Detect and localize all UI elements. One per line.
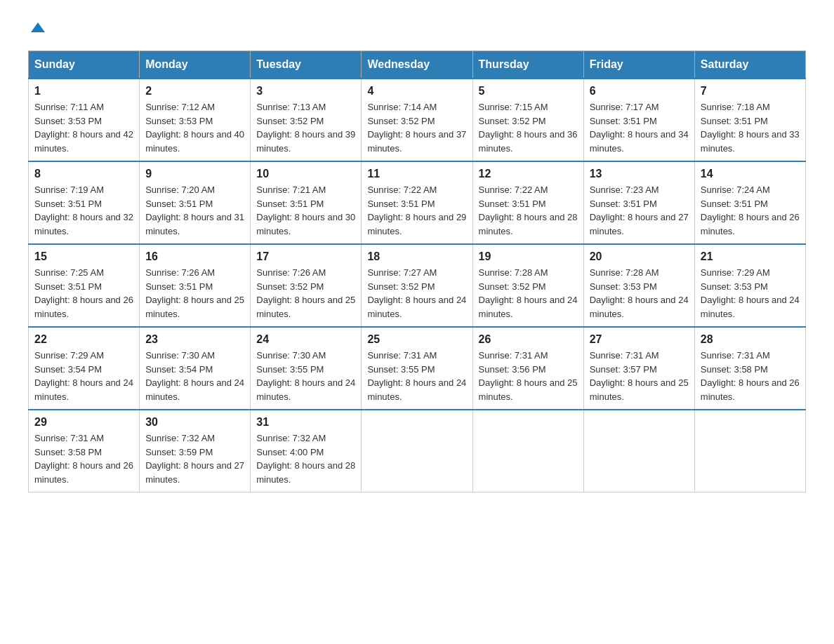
calendar-cell: 26 Sunrise: 7:31 AMSunset: 3:56 PMDaylig… — [472, 327, 583, 410]
calendar-cell: 9 Sunrise: 7:20 AMSunset: 3:51 PMDayligh… — [140, 161, 251, 244]
day-info: Sunrise: 7:18 AMSunset: 3:51 PMDaylight:… — [701, 102, 800, 154]
day-info: Sunrise: 7:31 AMSunset: 3:56 PMDaylight:… — [479, 350, 578, 402]
day-number: 11 — [367, 168, 466, 180]
day-info: Sunrise: 7:31 AMSunset: 3:55 PMDaylight:… — [367, 350, 466, 402]
day-of-week-sunday: Sunday — [29, 51, 140, 79]
day-info: Sunrise: 7:21 AMSunset: 3:51 PMDaylight:… — [256, 185, 355, 236]
calendar-cell: 27 Sunrise: 7:31 AMSunset: 3:57 PMDaylig… — [583, 327, 694, 410]
day-info: Sunrise: 7:31 AMSunset: 3:57 PMDaylight:… — [590, 350, 689, 402]
day-info: Sunrise: 7:25 AMSunset: 3:51 PMDaylight:… — [34, 267, 133, 319]
day-number: 16 — [145, 250, 244, 263]
day-number: 21 — [701, 250, 800, 263]
day-of-week-tuesday: Tuesday — [251, 51, 362, 79]
day-of-week-monday: Monday — [140, 51, 251, 79]
logo-triangle-icon — [30, 21, 46, 36]
day-of-week-saturday: Saturday — [694, 51, 805, 79]
day-number: 7 — [701, 85, 800, 98]
calendar-header: SundayMondayTuesdayWednesdayThursdayFrid… — [29, 51, 806, 79]
calendar-cell: 15 Sunrise: 7:25 AMSunset: 3:51 PMDaylig… — [29, 244, 140, 327]
day-of-week-thursday: Thursday — [472, 51, 583, 79]
day-number: 18 — [367, 250, 466, 263]
calendar-cell: 13 Sunrise: 7:23 AMSunset: 3:51 PMDaylig… — [583, 161, 694, 244]
day-number: 26 — [479, 333, 578, 346]
day-info: Sunrise: 7:22 AMSunset: 3:51 PMDaylight:… — [479, 185, 578, 236]
day-info: Sunrise: 7:26 AMSunset: 3:52 PMDaylight:… — [256, 267, 355, 319]
day-number: 29 — [34, 416, 133, 429]
calendar-cell: 16 Sunrise: 7:26 AMSunset: 3:51 PMDaylig… — [140, 244, 251, 327]
calendar-cell: 1 Sunrise: 7:11 AMSunset: 3:53 PMDayligh… — [29, 79, 140, 161]
day-info: Sunrise: 7:29 AMSunset: 3:54 PMDaylight:… — [34, 350, 133, 402]
day-number: 30 — [145, 416, 244, 429]
calendar-cell: 6 Sunrise: 7:17 AMSunset: 3:51 PMDayligh… — [583, 79, 694, 161]
calendar-cell: 21 Sunrise: 7:29 AMSunset: 3:53 PMDaylig… — [694, 244, 805, 327]
calendar-cell: 30 Sunrise: 7:32 AMSunset: 3:59 PMDaylig… — [140, 410, 251, 492]
day-info: Sunrise: 7:31 AMSunset: 3:58 PMDaylight:… — [34, 433, 133, 485]
day-info: Sunrise: 7:26 AMSunset: 3:51 PMDaylight:… — [145, 267, 244, 319]
calendar-cell: 31 Sunrise: 7:32 AMSunset: 4:00 PMDaylig… — [251, 410, 362, 492]
day-number: 23 — [145, 333, 244, 346]
day-number: 19 — [479, 250, 578, 263]
calendar-week-1: 1 Sunrise: 7:11 AMSunset: 3:53 PMDayligh… — [29, 79, 806, 161]
logo — [28, 21, 46, 36]
calendar-cell: 3 Sunrise: 7:13 AMSunset: 3:52 PMDayligh… — [251, 79, 362, 161]
day-number: 24 — [256, 333, 355, 346]
calendar-cell — [694, 410, 805, 492]
calendar-cell — [472, 410, 583, 492]
calendar-cell: 4 Sunrise: 7:14 AMSunset: 3:52 PMDayligh… — [362, 79, 472, 161]
day-info: Sunrise: 7:22 AMSunset: 3:51 PMDaylight:… — [367, 185, 466, 236]
calendar-body: 1 Sunrise: 7:11 AMSunset: 3:53 PMDayligh… — [29, 79, 806, 492]
calendar-cell: 7 Sunrise: 7:18 AMSunset: 3:51 PMDayligh… — [694, 79, 805, 161]
day-number: 14 — [701, 168, 800, 180]
day-number: 6 — [590, 85, 689, 98]
day-info: Sunrise: 7:13 AMSunset: 3:52 PMDaylight:… — [256, 102, 355, 154]
day-info: Sunrise: 7:32 AMSunset: 3:59 PMDaylight:… — [145, 433, 244, 485]
calendar-week-3: 15 Sunrise: 7:25 AMSunset: 3:51 PMDaylig… — [29, 244, 806, 327]
day-number: 12 — [479, 168, 578, 180]
calendar-week-4: 22 Sunrise: 7:29 AMSunset: 3:54 PMDaylig… — [29, 327, 806, 410]
day-number: 15 — [34, 250, 133, 263]
calendar-cell — [362, 410, 472, 492]
calendar-cell — [583, 410, 694, 492]
day-number: 28 — [701, 333, 800, 346]
day-info: Sunrise: 7:30 AMSunset: 3:55 PMDaylight:… — [256, 350, 355, 402]
day-info: Sunrise: 7:20 AMSunset: 3:51 PMDaylight:… — [145, 185, 244, 236]
day-number: 17 — [256, 250, 355, 263]
calendar-cell: 19 Sunrise: 7:28 AMSunset: 3:52 PMDaylig… — [472, 244, 583, 327]
day-number: 4 — [367, 85, 466, 98]
calendar-cell: 18 Sunrise: 7:27 AMSunset: 3:52 PMDaylig… — [362, 244, 472, 327]
day-info: Sunrise: 7:32 AMSunset: 4:00 PMDaylight:… — [256, 433, 355, 485]
day-number: 3 — [256, 85, 355, 98]
calendar-cell: 2 Sunrise: 7:12 AMSunset: 3:53 PMDayligh… — [140, 79, 251, 161]
day-number: 8 — [34, 168, 133, 180]
calendar-cell: 11 Sunrise: 7:22 AMSunset: 3:51 PMDaylig… — [362, 161, 472, 244]
page-header — [28, 21, 806, 36]
day-number: 22 — [34, 333, 133, 346]
day-number: 20 — [590, 250, 689, 263]
day-info: Sunrise: 7:15 AMSunset: 3:52 PMDaylight:… — [479, 102, 578, 154]
calendar-cell: 25 Sunrise: 7:31 AMSunset: 3:55 PMDaylig… — [362, 327, 472, 410]
calendar-cell: 17 Sunrise: 7:26 AMSunset: 3:52 PMDaylig… — [251, 244, 362, 327]
day-number: 2 — [145, 85, 244, 98]
day-info: Sunrise: 7:28 AMSunset: 3:53 PMDaylight:… — [590, 267, 689, 319]
day-number: 13 — [590, 168, 689, 180]
calendar-cell: 5 Sunrise: 7:15 AMSunset: 3:52 PMDayligh… — [472, 79, 583, 161]
day-of-week-wednesday: Wednesday — [362, 51, 472, 79]
day-number: 5 — [479, 85, 578, 98]
day-number: 10 — [256, 168, 355, 180]
day-number: 31 — [256, 416, 355, 429]
day-info: Sunrise: 7:29 AMSunset: 3:53 PMDaylight:… — [701, 267, 800, 319]
calendar-cell: 20 Sunrise: 7:28 AMSunset: 3:53 PMDaylig… — [583, 244, 694, 327]
day-info: Sunrise: 7:31 AMSunset: 3:58 PMDaylight:… — [701, 350, 800, 402]
day-number: 27 — [590, 333, 689, 346]
calendar-cell: 28 Sunrise: 7:31 AMSunset: 3:58 PMDaylig… — [694, 327, 805, 410]
day-info: Sunrise: 7:28 AMSunset: 3:52 PMDaylight:… — [479, 267, 578, 319]
calendar-week-2: 8 Sunrise: 7:19 AMSunset: 3:51 PMDayligh… — [29, 161, 806, 244]
calendar-cell: 24 Sunrise: 7:30 AMSunset: 3:55 PMDaylig… — [251, 327, 362, 410]
calendar-cell: 22 Sunrise: 7:29 AMSunset: 3:54 PMDaylig… — [29, 327, 140, 410]
calendar-week-5: 29 Sunrise: 7:31 AMSunset: 3:58 PMDaylig… — [29, 410, 806, 492]
calendar-cell: 29 Sunrise: 7:31 AMSunset: 3:58 PMDaylig… — [29, 410, 140, 492]
day-of-week-friday: Friday — [583, 51, 694, 79]
calendar-cell: 23 Sunrise: 7:30 AMSunset: 3:54 PMDaylig… — [140, 327, 251, 410]
days-of-week-row: SundayMondayTuesdayWednesdayThursdayFrid… — [29, 51, 806, 79]
calendar-cell: 12 Sunrise: 7:22 AMSunset: 3:51 PMDaylig… — [472, 161, 583, 244]
